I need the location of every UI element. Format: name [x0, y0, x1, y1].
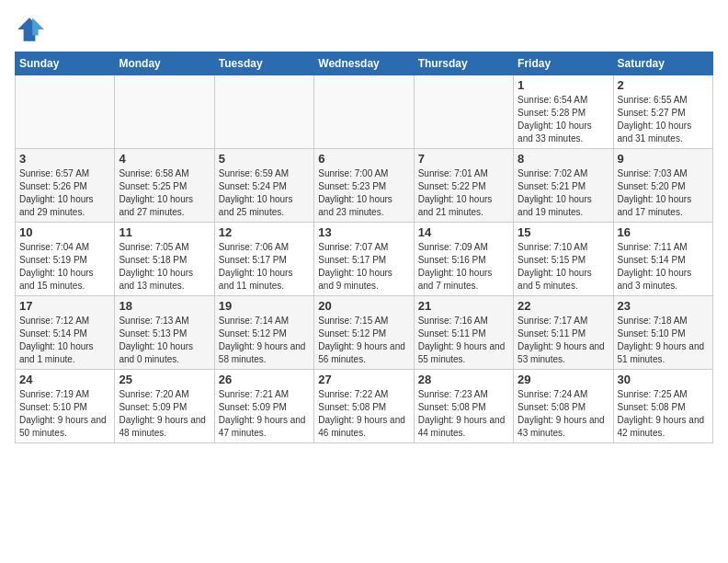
calendar-cell: 20Sunrise: 7:15 AM Sunset: 5:12 PM Dayli… — [314, 296, 414, 370]
day-number: 29 — [518, 373, 609, 386]
day-info: Sunrise: 6:59 AM Sunset: 5:24 PM Dayligh… — [219, 167, 310, 219]
calendar-cell: 29Sunrise: 7:24 AM Sunset: 5:08 PM Dayli… — [514, 370, 613, 443]
day-info: Sunrise: 7:25 AM Sunset: 5:08 PM Dayligh… — [618, 388, 709, 440]
calendar-cell: 1Sunrise: 6:54 AM Sunset: 5:28 PM Daylig… — [514, 75, 613, 149]
day-header-saturday: Saturday — [613, 52, 712, 75]
day-info: Sunrise: 7:13 AM Sunset: 5:13 PM Dayligh… — [119, 315, 210, 366]
day-number: 19 — [219, 299, 310, 313]
day-number: 20 — [318, 299, 409, 313]
calendar-cell: 24Sunrise: 7:19 AM Sunset: 5:10 PM Dayli… — [16, 370, 115, 443]
day-number: 15 — [518, 225, 609, 239]
calendar-cell — [115, 75, 214, 149]
calendar-cell: 8Sunrise: 7:02 AM Sunset: 5:21 PM Daylig… — [514, 149, 613, 223]
calendar-cell: 9Sunrise: 7:03 AM Sunset: 5:20 PM Daylig… — [613, 149, 712, 223]
week-row-4: 17Sunrise: 7:12 AM Sunset: 5:14 PM Dayli… — [16, 296, 713, 370]
day-number: 26 — [219, 373, 310, 386]
day-number: 8 — [518, 152, 609, 166]
calendar-cell: 28Sunrise: 7:23 AM Sunset: 5:08 PM Dayli… — [414, 370, 513, 443]
calendar-cell — [414, 75, 513, 149]
calendar-cell: 27Sunrise: 7:22 AM Sunset: 5:08 PM Dayli… — [314, 370, 414, 443]
day-number: 4 — [119, 152, 210, 166]
day-header-monday: Monday — [115, 52, 214, 75]
calendar-cell: 5Sunrise: 6:59 AM Sunset: 5:24 PM Daylig… — [214, 149, 313, 223]
week-row-5: 24Sunrise: 7:19 AM Sunset: 5:10 PM Dayli… — [16, 370, 713, 443]
calendar-cell: 23Sunrise: 7:18 AM Sunset: 5:10 PM Dayli… — [613, 296, 712, 370]
day-number: 10 — [19, 225, 110, 239]
day-info: Sunrise: 7:09 AM Sunset: 5:16 PM Dayligh… — [418, 241, 509, 293]
calendar-cell: 26Sunrise: 7:21 AM Sunset: 5:09 PM Dayli… — [214, 370, 313, 443]
calendar-cell — [314, 75, 414, 149]
day-number: 3 — [19, 152, 110, 166]
day-info: Sunrise: 7:23 AM Sunset: 5:08 PM Dayligh… — [418, 388, 509, 440]
day-info: Sunrise: 7:17 AM Sunset: 5:11 PM Dayligh… — [518, 315, 609, 366]
calendar-cell — [214, 75, 313, 149]
calendar-cell: 3Sunrise: 6:57 AM Sunset: 5:26 PM Daylig… — [16, 149, 115, 223]
day-number: 5 — [219, 152, 310, 166]
day-number: 6 — [318, 152, 409, 166]
calendar-cell: 18Sunrise: 7:13 AM Sunset: 5:13 PM Dayli… — [115, 296, 214, 370]
logo — [15, 15, 48, 44]
day-info: Sunrise: 7:00 AM Sunset: 5:23 PM Dayligh… — [318, 167, 409, 219]
day-number: 24 — [19, 373, 110, 386]
calendar-header-row: SundayMondayTuesdayWednesdayThursdayFrid… — [16, 52, 713, 75]
day-number: 12 — [219, 225, 310, 239]
calendar-cell: 11Sunrise: 7:05 AM Sunset: 5:18 PM Dayli… — [115, 223, 214, 296]
day-info: Sunrise: 6:54 AM Sunset: 5:28 PM Dayligh… — [518, 94, 609, 145]
day-number: 7 — [418, 152, 509, 166]
day-number: 1 — [518, 78, 609, 92]
calendar-cell: 16Sunrise: 7:11 AM Sunset: 5:14 PM Dayli… — [613, 223, 712, 296]
day-number: 17 — [19, 299, 110, 313]
day-number: 9 — [618, 152, 709, 166]
day-info: Sunrise: 7:01 AM Sunset: 5:22 PM Dayligh… — [418, 167, 509, 219]
day-info: Sunrise: 6:58 AM Sunset: 5:25 PM Dayligh… — [119, 167, 210, 219]
day-info: Sunrise: 7:14 AM Sunset: 5:12 PM Dayligh… — [219, 315, 310, 366]
day-info: Sunrise: 7:18 AM Sunset: 5:10 PM Dayligh… — [618, 315, 709, 366]
week-row-2: 3Sunrise: 6:57 AM Sunset: 5:26 PM Daylig… — [16, 149, 713, 223]
day-header-wednesday: Wednesday — [314, 52, 414, 75]
day-number: 11 — [119, 225, 210, 239]
calendar-cell: 6Sunrise: 7:00 AM Sunset: 5:23 PM Daylig… — [314, 149, 414, 223]
svg-marker-1 — [32, 17, 44, 35]
day-number: 28 — [418, 373, 509, 386]
day-info: Sunrise: 7:10 AM Sunset: 5:15 PM Dayligh… — [518, 241, 609, 293]
calendar-cell: 22Sunrise: 7:17 AM Sunset: 5:11 PM Dayli… — [514, 296, 613, 370]
day-info: Sunrise: 7:07 AM Sunset: 5:17 PM Dayligh… — [318, 241, 409, 293]
day-info: Sunrise: 7:04 AM Sunset: 5:19 PM Dayligh… — [19, 241, 110, 293]
day-number: 16 — [618, 225, 709, 239]
calendar-cell: 10Sunrise: 7:04 AM Sunset: 5:19 PM Dayli… — [16, 223, 115, 296]
day-header-tuesday: Tuesday — [214, 52, 313, 75]
day-number: 22 — [518, 299, 609, 313]
calendar-cell: 15Sunrise: 7:10 AM Sunset: 5:15 PM Dayli… — [514, 223, 613, 296]
week-row-3: 10Sunrise: 7:04 AM Sunset: 5:19 PM Dayli… — [16, 223, 713, 296]
calendar-cell: 13Sunrise: 7:07 AM Sunset: 5:17 PM Dayli… — [314, 223, 414, 296]
day-header-friday: Friday — [514, 52, 613, 75]
calendar-cell: 21Sunrise: 7:16 AM Sunset: 5:11 PM Dayli… — [414, 296, 513, 370]
day-info: Sunrise: 7:24 AM Sunset: 5:08 PM Dayligh… — [518, 388, 609, 440]
day-number: 13 — [318, 225, 409, 239]
day-number: 14 — [418, 225, 509, 239]
day-header-thursday: Thursday — [414, 52, 513, 75]
day-number: 27 — [318, 373, 409, 386]
calendar-cell: 19Sunrise: 7:14 AM Sunset: 5:12 PM Dayli… — [214, 296, 313, 370]
day-number: 25 — [119, 373, 210, 386]
day-number: 30 — [618, 373, 709, 386]
day-info: Sunrise: 7:19 AM Sunset: 5:10 PM Dayligh… — [19, 388, 110, 440]
day-info: Sunrise: 7:11 AM Sunset: 5:14 PM Dayligh… — [618, 241, 709, 293]
day-number: 21 — [418, 299, 509, 313]
day-header-sunday: Sunday — [16, 52, 115, 75]
week-row-1: 1Sunrise: 6:54 AM Sunset: 5:28 PM Daylig… — [16, 75, 713, 149]
day-info: Sunrise: 7:03 AM Sunset: 5:20 PM Dayligh… — [618, 167, 709, 219]
day-info: Sunrise: 7:20 AM Sunset: 5:09 PM Dayligh… — [119, 388, 210, 440]
calendar-cell: 2Sunrise: 6:55 AM Sunset: 5:27 PM Daylig… — [613, 75, 712, 149]
day-info: Sunrise: 7:15 AM Sunset: 5:12 PM Dayligh… — [318, 315, 409, 366]
header — [15, 15, 713, 44]
day-number: 23 — [618, 299, 709, 313]
calendar-cell: 12Sunrise: 7:06 AM Sunset: 5:17 PM Dayli… — [214, 223, 313, 296]
day-info: Sunrise: 7:05 AM Sunset: 5:18 PM Dayligh… — [119, 241, 210, 293]
day-info: Sunrise: 6:57 AM Sunset: 5:26 PM Dayligh… — [19, 167, 110, 219]
calendar-cell: 17Sunrise: 7:12 AM Sunset: 5:14 PM Dayli… — [16, 296, 115, 370]
calendar-cell — [16, 75, 115, 149]
day-number: 18 — [119, 299, 210, 313]
day-number: 2 — [618, 78, 709, 92]
day-info: Sunrise: 7:06 AM Sunset: 5:17 PM Dayligh… — [219, 241, 310, 293]
